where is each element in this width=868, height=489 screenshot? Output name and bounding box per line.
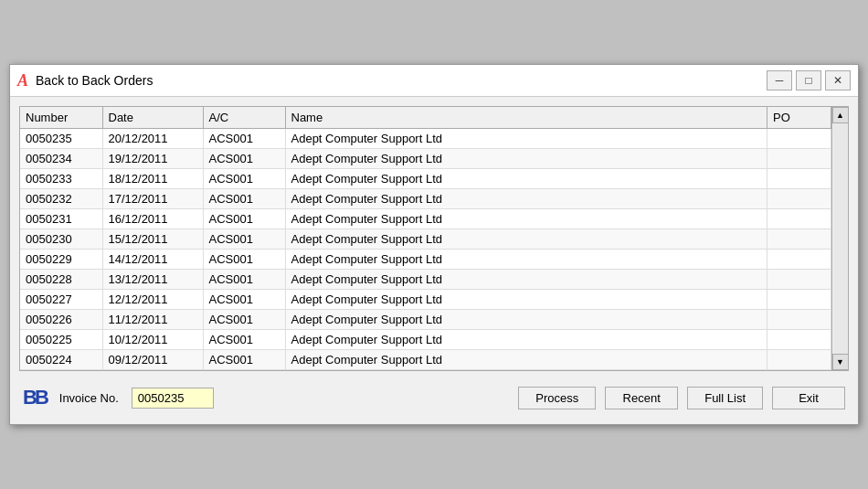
col-header-ac: A/C (203, 107, 285, 129)
table-row[interactable]: 005023520/12/2011ACS001Adept Computer Su… (20, 129, 831, 149)
cell-ac: ACS001 (203, 270, 285, 290)
cell-name: Adept Computer Support Ltd (285, 270, 767, 290)
table-row[interactable]: 005023419/12/2011ACS001Adept Computer Su… (20, 149, 831, 169)
col-header-date: Date (102, 107, 203, 129)
cell-number: 0050226 (20, 310, 102, 330)
cell-name: Adept Computer Support Ltd (285, 330, 767, 350)
cell-ac: ACS001 (203, 169, 285, 189)
cell-ac: ACS001 (203, 350, 285, 370)
cell-ac: ACS001 (203, 330, 285, 350)
cell-name: Adept Computer Support Ltd (285, 169, 767, 189)
cell-po (767, 310, 831, 330)
table-row[interactable]: 005023217/12/2011ACS001Adept Computer Su… (20, 189, 831, 209)
minimize-button[interactable]: ─ (767, 70, 792, 90)
cell-date: 17/12/2011 (102, 189, 203, 209)
table-row[interactable]: 005022409/12/2011ACS001Adept Computer Su… (20, 350, 831, 370)
footer-bar: BB Invoice No. Process Recent Full List … (19, 380, 849, 415)
scroll-track[interactable] (833, 123, 848, 354)
cell-po (767, 250, 831, 270)
close-button[interactable]: ✕ (825, 70, 851, 90)
maximize-button[interactable]: □ (796, 70, 821, 90)
cell-number: 0050235 (20, 129, 102, 149)
bb-logo: BB (23, 386, 47, 409)
cell-number: 0050224 (20, 350, 102, 370)
cell-po (767, 290, 831, 310)
cell-number: 0050228 (20, 270, 102, 290)
cell-ac: ACS001 (203, 229, 285, 250)
cell-ac: ACS001 (203, 209, 285, 229)
invoice-input[interactable] (132, 388, 214, 409)
scroll-up-button[interactable]: ▲ (832, 107, 849, 123)
cell-name: Adept Computer Support Ltd (285, 149, 767, 169)
process-button[interactable]: Process (518, 387, 596, 409)
exit-button[interactable]: Exit (772, 387, 845, 409)
cell-name: Adept Computer Support Ltd (285, 310, 767, 330)
cell-date: 11/12/2011 (102, 310, 203, 330)
orders-table-container: Number Date A/C Name PO 005023520/12/201… (19, 106, 849, 371)
cell-ac: ACS001 (203, 189, 285, 209)
content-area: Number Date A/C Name PO 005023520/12/201… (10, 97, 858, 424)
cell-number: 0050233 (20, 169, 102, 189)
cell-name: Adept Computer Support Ltd (285, 189, 767, 209)
table-row[interactable]: 005022611/12/2011ACS001Adept Computer Su… (20, 310, 831, 330)
table-row[interactable]: 005022510/12/2011ACS001Adept Computer Su… (20, 330, 831, 350)
cell-po (767, 350, 831, 370)
table-row[interactable]: 005022813/12/2011ACS001Adept Computer Su… (20, 270, 831, 290)
table-header-row: Number Date A/C Name PO (20, 107, 831, 129)
col-header-number: Number (20, 107, 102, 129)
cell-date: 19/12/2011 (102, 149, 203, 169)
table-scroll: Number Date A/C Name PO 005023520/12/201… (20, 107, 848, 370)
main-window: A Back to Back Orders ─ □ ✕ Number Date … (9, 64, 859, 425)
cell-number: 0050230 (20, 229, 102, 250)
cell-date: 10/12/2011 (102, 330, 203, 350)
cell-number: 0050229 (20, 250, 102, 270)
cell-date: 14/12/2011 (102, 250, 203, 270)
cell-ac: ACS001 (203, 129, 285, 149)
cell-ac: ACS001 (203, 310, 285, 330)
vertical-scrollbar[interactable]: ▲ ▼ (831, 107, 848, 370)
table-row[interactable]: 005023318/12/2011ACS001Adept Computer Su… (20, 169, 831, 189)
orders-table: Number Date A/C Name PO 005023520/12/201… (20, 107, 831, 370)
title-bar-left: A Back to Back Orders (17, 71, 153, 90)
window-title: Back to Back Orders (36, 73, 153, 88)
cell-date: 20/12/2011 (102, 129, 203, 149)
cell-po (767, 169, 831, 189)
cell-name: Adept Computer Support Ltd (285, 209, 767, 229)
table-row[interactable]: 005023015/12/2011ACS001Adept Computer Su… (20, 229, 831, 250)
recent-button[interactable]: Recent (605, 387, 678, 409)
cell-ac: ACS001 (203, 149, 285, 169)
cell-po (767, 330, 831, 350)
title-bar-buttons: ─ □ ✕ (767, 70, 851, 90)
cell-date: 09/12/2011 (102, 350, 203, 370)
cell-name: Adept Computer Support Ltd (285, 129, 767, 149)
cell-po (767, 129, 831, 149)
cell-ac: ACS001 (203, 290, 285, 310)
app-icon: A (17, 71, 28, 90)
invoice-label: Invoice No. (59, 391, 119, 405)
cell-date: 15/12/2011 (102, 229, 203, 250)
cell-name: Adept Computer Support Ltd (285, 229, 767, 250)
cell-number: 0050227 (20, 290, 102, 310)
cell-po (767, 270, 831, 290)
cell-po (767, 189, 831, 209)
cell-name: Adept Computer Support Ltd (285, 250, 767, 270)
col-header-name: Name (285, 107, 767, 129)
cell-date: 16/12/2011 (102, 209, 203, 229)
cell-po (767, 229, 831, 250)
cell-number: 0050232 (20, 189, 102, 209)
cell-po (767, 209, 831, 229)
cell-name: Adept Computer Support Ltd (285, 350, 767, 370)
cell-number: 0050225 (20, 330, 102, 350)
cell-ac: ACS001 (203, 250, 285, 270)
cell-date: 13/12/2011 (102, 270, 203, 290)
full-list-button[interactable]: Full List (687, 387, 763, 409)
cell-po (767, 149, 831, 169)
scroll-down-button[interactable]: ▼ (832, 354, 849, 370)
cell-number: 0050231 (20, 209, 102, 229)
table-row[interactable]: 005022914/12/2011ACS001Adept Computer Su… (20, 250, 831, 270)
table-row[interactable]: 005022712/12/2011ACS001Adept Computer Su… (20, 290, 831, 310)
cell-date: 18/12/2011 (102, 169, 203, 189)
cell-date: 12/12/2011 (102, 290, 203, 310)
cell-name: Adept Computer Support Ltd (285, 290, 767, 310)
table-row[interactable]: 005023116/12/2011ACS001Adept Computer Su… (20, 209, 831, 229)
